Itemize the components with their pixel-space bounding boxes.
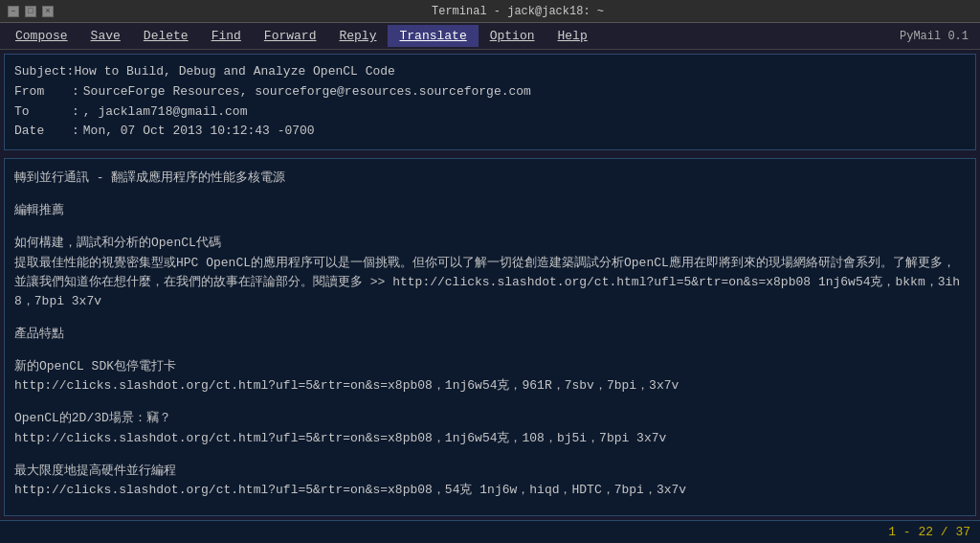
menu-item-translate[interactable]: Translate: [388, 25, 478, 47]
body-line: http://clicks.slashdot.org/ct.html?ufl=5…: [14, 376, 966, 396]
to-value: , jacklam718@gmail.com: [83, 102, 248, 123]
menu-item-save[interactable]: Save: [79, 25, 132, 47]
date-value: Mon, 07 Oct 2013 10:12:43 -0700: [83, 122, 315, 142]
menu-item-delete[interactable]: Delete: [132, 25, 200, 47]
from-value: SourceForge Resources, sourceforge@resou…: [83, 82, 531, 102]
from-label: From: [14, 82, 72, 102]
menu-item-forward[interactable]: Forward: [253, 25, 328, 47]
close-button[interactable]: ×: [42, 6, 54, 17]
body-line: 最大限度地提高硬件並行編程: [14, 462, 966, 481]
menu-item-option[interactable]: Option: [479, 25, 546, 47]
menu-item-help[interactable]: Help: [546, 25, 599, 47]
subject-value: How to Build, Debug and Analyze OpenCL C…: [74, 62, 394, 82]
email-header: Subject: How to Build, Debug and Analyze…: [4, 54, 976, 150]
status-bar: 1 - 22 / 37: [0, 520, 980, 543]
menu-items-group: ComposeSaveDeleteFindForwardReplyTransla…: [4, 25, 599, 47]
to-label: To: [14, 102, 72, 123]
window-title: Terminal - jack@jack18: ~: [63, 5, 972, 18]
body-line: [14, 344, 966, 357]
status-text: 1 - 22 / 37: [888, 525, 970, 539]
body-line: 新的OpenCL SDK包停電打卡: [14, 357, 966, 376]
window-controls: – □ ×: [8, 6, 54, 17]
date-label: Date: [14, 122, 72, 142]
body-line: [14, 311, 966, 325]
body-line: [14, 220, 966, 234]
body-line: http://clicks.slashdot.org/ct.html?ufl=5…: [14, 429, 966, 448]
to-row: To : , jacklam718@gmail.com: [14, 102, 966, 123]
body-line: 如何構建，調試和分析的OpenCL代碼: [14, 234, 966, 253]
body-line: http://clicks.slashdot.org/ct.html?ufl=5…: [14, 481, 966, 500]
menu-item-compose[interactable]: Compose: [4, 25, 79, 47]
body-line: 提取最佳性能的視覺密集型或HPC OpenCL的應用程序可以是一個挑戰。但你可以…: [14, 254, 966, 311]
email-body: 轉到並行通訊 - 翻譯成應用程序的性能多核電源 編輯推薦 如何構建，調試和分析的…: [4, 158, 976, 516]
menu-bar: ComposeSaveDeleteFindForwardReplyTransla…: [0, 23, 980, 50]
body-line: [14, 188, 966, 201]
title-bar: – □ × Terminal - jack@jack18: ~: [0, 0, 980, 23]
from-colon: :: [72, 82, 79, 102]
body-line: [14, 448, 966, 462]
maximize-button[interactable]: □: [25, 6, 36, 17]
to-colon: :: [72, 102, 79, 123]
body-line: 編輯推薦: [14, 201, 966, 220]
main-container: Subject: How to Build, Debug and Analyze…: [0, 50, 980, 543]
minimize-button[interactable]: –: [8, 6, 19, 17]
menu-item-reply[interactable]: Reply: [327, 25, 388, 47]
date-row: Date : Mon, 07 Oct 2013 10:12:43 -0700: [14, 122, 966, 142]
subject-label: Subject:: [14, 62, 74, 82]
date-colon: :: [72, 122, 79, 142]
pymail-version: PyMail 0.1: [900, 30, 976, 43]
menu-item-find[interactable]: Find: [200, 25, 253, 47]
from-row: From : SourceForge Resources, sourceforg…: [14, 82, 966, 102]
body-line: 產品特點: [14, 325, 966, 344]
body-line: OpenCL的2D/3D場景：竊？: [14, 409, 966, 428]
body-line: 轉到並行通訊 - 翻譯成應用程序的性能多核電源: [14, 169, 966, 188]
body-line: [14, 396, 966, 409]
subject-row: Subject: How to Build, Debug and Analyze…: [14, 62, 966, 82]
